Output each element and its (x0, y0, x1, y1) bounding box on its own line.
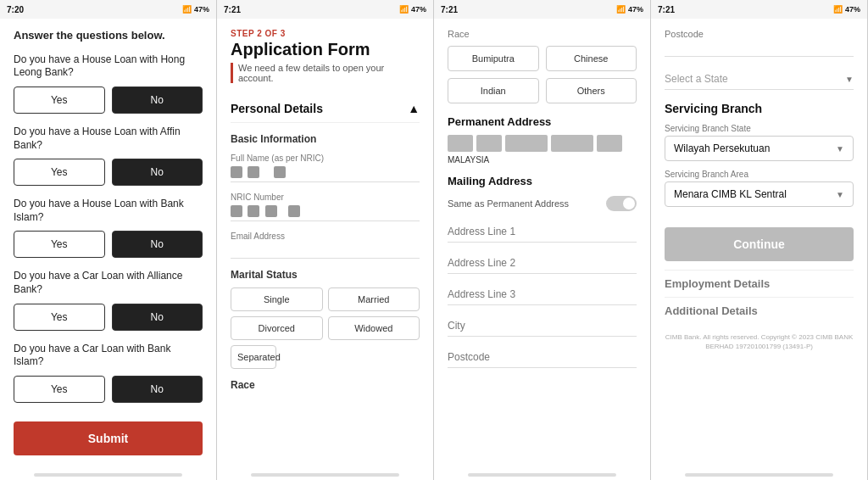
status-icons-2: 📶 47% (399, 5, 426, 14)
redacted-block-2 (248, 166, 259, 178)
branch-state-dropdown[interactable]: Wilayah Persekutuan ▼ (665, 136, 854, 161)
q3-yes-btn[interactable]: Yes (14, 231, 105, 258)
bottom-bar-4 (685, 473, 833, 477)
bottom-bar-1 (34, 473, 182, 477)
status-bar-1: 7:20 📶 47% (0, 0, 216, 19)
question-3-text: Do you have a House Loan with Bank Islam… (14, 198, 203, 224)
q5-yes-btn[interactable]: Yes (14, 376, 105, 403)
mailing-title: Mailing Address (448, 175, 532, 187)
race-top-label: Race (448, 29, 637, 39)
race-bumiputra[interactable]: Bumiputra (448, 46, 539, 71)
race-others[interactable]: Others (546, 78, 637, 103)
mailing-header: Mailing Address (448, 175, 637, 187)
q2-yes-btn[interactable]: Yes (14, 159, 105, 186)
basic-info-label: Basic Information (231, 133, 420, 145)
chevron-down-icon: ▼ (845, 75, 854, 84)
postcode-label: Postcode (665, 29, 854, 39)
nric-label: NRIC Number (231, 193, 420, 202)
q1-yes-btn[interactable]: Yes (14, 87, 105, 114)
panel-questions: 7:20 📶 47% Answer the questions below. D… (0, 0, 217, 480)
race-section-label: Race (231, 379, 420, 391)
email-value (231, 243, 420, 259)
addr-img-5 (597, 135, 622, 152)
bottom-bar-2 (251, 473, 399, 477)
question-3-btns: Yes No (14, 231, 203, 258)
marital-widowed[interactable]: Widowed (328, 316, 420, 340)
branch-area-chevron: ▼ (836, 190, 844, 199)
postcode-input[interactable] (448, 347, 637, 368)
submit-button[interactable]: Submit (14, 421, 203, 455)
marital-divorced[interactable]: Divorced (231, 316, 323, 340)
status-time-2: 7:21 (224, 5, 241, 14)
redacted-nric-4 (288, 205, 300, 217)
personal-details-label: Personal Details (231, 102, 323, 115)
permanent-address-title: Permanent Address (448, 115, 637, 128)
status-icons-1: 📶 47% (182, 5, 209, 14)
q3-no-btn[interactable]: No (112, 231, 203, 258)
q2-no-btn[interactable]: No (112, 159, 203, 186)
redacted-nric-1 (231, 205, 242, 217)
personal-details-section: Personal Details ▲ (231, 95, 420, 123)
fullname-value (231, 165, 420, 182)
same-as-label: Same as Permanent Address (448, 198, 569, 209)
address-line2-input[interactable] (448, 253, 637, 274)
branch-state-chevron: ▼ (836, 144, 844, 153)
panel2-content: STEP 2 OF 3 Application Form We need a f… (217, 19, 433, 470)
redacted-block-3 (274, 166, 286, 178)
q4-no-btn[interactable]: No (112, 304, 203, 331)
step-label: STEP 2 OF 3 (231, 29, 420, 38)
marital-single[interactable]: Single (231, 287, 323, 311)
q4-yes-btn[interactable]: Yes (14, 304, 105, 331)
continue-button[interactable]: Continue (665, 227, 854, 261)
collapse-icon[interactable]: ▲ (408, 102, 420, 115)
form-subtitle: We need a few details to open your accou… (231, 63, 420, 83)
address-line3-input[interactable] (448, 284, 637, 305)
question-5-text: Do you have a Car Loan with Bank Islam? (14, 343, 203, 369)
addr-img-2 (476, 135, 502, 152)
fullname-label: Full Name (as per NRIC) (231, 153, 420, 163)
branch-area-label: Servicing Branch Area (665, 170, 854, 179)
race-grid: Bumiputra Chinese Indian Others (448, 46, 637, 103)
addr-img-3 (505, 135, 548, 152)
addr-img-4 (551, 135, 593, 152)
additional-details-section[interactable]: Additional Details (665, 297, 854, 324)
question-4-btns: Yes No (14, 304, 203, 331)
panel-application-form: 7:21 📶 47% STEP 2 OF 3 Application Form … (217, 0, 434, 480)
branch-area-dropdown[interactable]: Menara CIMB KL Sentral ▼ (665, 181, 854, 207)
address-country: MALAYSIA (448, 155, 637, 165)
question-1-text: Do you have a House Loan with Hong Leong… (14, 53, 203, 80)
q1-no-btn[interactable]: No (112, 87, 203, 114)
status-icons-3: 📶 47% (616, 5, 643, 14)
select-state-text: Select a State (665, 73, 728, 85)
status-time-1: 7:20 (7, 5, 24, 14)
same-address-toggle[interactable] (606, 196, 637, 211)
redacted-block-1 (231, 166, 242, 178)
select-state-dropdown[interactable]: Select a State ▼ (665, 69, 854, 90)
panel1-content: Answer the questions below. Do you have … (0, 19, 216, 470)
marital-grid: Single Married Divorced Widowed Separate… (231, 287, 420, 369)
race-chinese[interactable]: Chinese (546, 46, 637, 71)
status-bar-3: 7:21 📶 47% (434, 0, 650, 19)
redacted-nric-2 (248, 205, 259, 217)
employment-details-section[interactable]: Employment Details (665, 270, 854, 297)
race-indian[interactable]: Indian (448, 78, 539, 103)
marital-separated[interactable]: Separated (231, 345, 276, 369)
address-line1-input[interactable] (448, 221, 637, 243)
marital-label: Marital Status (231, 269, 420, 281)
question-2-btns: Yes No (14, 159, 203, 186)
footer-text: CIMB Bank. All rights reserved. Copyrigh… (665, 332, 854, 351)
panel-address: 7:21 📶 47% Race Bumiputra Chinese Indian… (434, 0, 651, 480)
question-5-btns: Yes No (14, 376, 203, 403)
q5-no-btn[interactable]: No (112, 376, 203, 403)
branch-state-value: Wilayah Persekutuan (674, 142, 770, 154)
city-input[interactable] (448, 315, 637, 337)
panel3-content: Race Bumiputra Chinese Indian Others Per… (434, 19, 650, 470)
marital-married[interactable]: Married (328, 287, 420, 311)
questions-header: Answer the questions below. (14, 29, 203, 43)
question-2-text: Do you have a House Loan with Affin Bank… (14, 126, 203, 152)
status-time-3: 7:21 (441, 5, 458, 14)
nric-value (231, 204, 420, 221)
branch-state-label: Servicing Branch State (665, 124, 854, 133)
postcode-field (665, 42, 854, 57)
panel-servicing-branch: 7:21 📶 47% Postcode Select a State ▼ Ser… (651, 0, 868, 480)
